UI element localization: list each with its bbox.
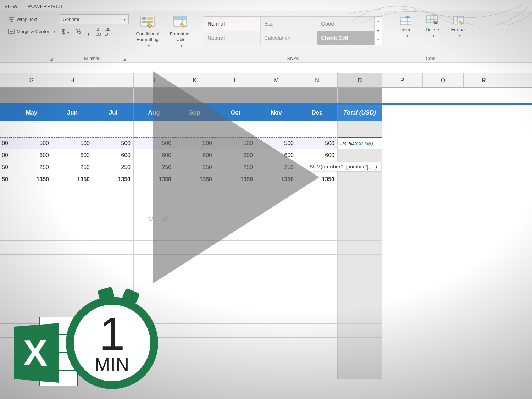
cell[interactable] <box>338 241 382 255</box>
cell[interactable] <box>215 268 256 282</box>
cell[interactable] <box>215 227 256 241</box>
cell[interactable]: 1350 <box>297 173 338 185</box>
cell[interactable]: 1350 <box>11 173 52 185</box>
cell[interactable] <box>297 324 338 338</box>
cell[interactable] <box>215 185 256 199</box>
cell[interactable]: 500 <box>134 137 174 149</box>
cell[interactable] <box>0 255 11 268</box>
cell[interactable] <box>338 351 382 365</box>
cell[interactable] <box>134 241 174 255</box>
cell[interactable]: 500 <box>52 137 93 149</box>
col-header-G[interactable]: G <box>11 73 52 87</box>
cell[interactable] <box>174 88 215 103</box>
cell[interactable] <box>256 241 297 255</box>
cell[interactable] <box>134 121 174 137</box>
wrap-text-button[interactable]: Wrap Text <box>4 14 59 24</box>
cell[interactable] <box>338 282 382 296</box>
cell[interactable] <box>52 199 93 213</box>
cell[interactable] <box>0 227 11 241</box>
cell[interactable] <box>215 255 256 268</box>
cell[interactable] <box>256 365 297 379</box>
cell[interactable] <box>297 282 338 296</box>
cell[interactable] <box>0 365 11 379</box>
col-header-edge[interactable] <box>0 73 11 87</box>
cell[interactable] <box>297 121 338 137</box>
col-header-L[interactable]: L <box>215 73 256 87</box>
cell[interactable] <box>11 255 52 268</box>
cell[interactable] <box>297 185 338 199</box>
styles-down-icon[interactable]: ▼ <box>375 26 382 36</box>
merge-center-button[interactable]: Merge & Center <box>4 26 59 36</box>
cell[interactable] <box>215 365 256 379</box>
cell[interactable] <box>11 121 52 137</box>
cell[interactable] <box>338 268 382 282</box>
cell[interactable] <box>256 351 297 365</box>
cell[interactable]: 500 <box>297 137 338 149</box>
cell[interactable] <box>52 227 93 241</box>
cell[interactable] <box>0 282 11 296</box>
cell[interactable] <box>297 227 338 241</box>
cell[interactable]: 1350 <box>93 173 134 185</box>
style-bad[interactable]: Bad <box>261 17 317 31</box>
cell[interactable] <box>215 338 256 351</box>
cell[interactable]: 500 <box>256 137 297 149</box>
cell[interactable] <box>338 149 382 161</box>
cell[interactable] <box>256 227 297 241</box>
cell[interactable] <box>338 185 382 199</box>
cell[interactable] <box>0 213 11 227</box>
cell[interactable] <box>256 88 297 103</box>
cell[interactable] <box>174 351 215 365</box>
cell[interactable] <box>297 338 338 351</box>
cell[interactable] <box>93 213 134 227</box>
cell[interactable]: 250 <box>52 161 93 173</box>
number-launcher-icon[interactable]: ◢ <box>123 57 126 61</box>
cell[interactable]: 600 <box>134 149 174 161</box>
total-header[interactable]: Total (USD) <box>338 105 382 121</box>
cell[interactable] <box>215 296 256 310</box>
percent-button[interactable]: % <box>75 28 82 36</box>
cell[interactable] <box>52 88 93 103</box>
cell[interactable] <box>174 255 215 268</box>
alignment-launcher-icon[interactable]: ◢ <box>50 57 53 61</box>
cell[interactable] <box>297 199 338 213</box>
month-header-nov[interactable]: Nov <box>256 105 297 121</box>
style-neutral[interactable]: Neutral <box>204 31 261 45</box>
cell[interactable] <box>0 296 11 310</box>
cell[interactable] <box>0 88 11 103</box>
cell[interactable] <box>174 282 215 296</box>
cell[interactable] <box>52 213 93 227</box>
cell[interactable] <box>338 324 382 338</box>
cell[interactable] <box>0 351 11 365</box>
cell[interactable] <box>256 268 297 282</box>
col-header-P[interactable]: P <box>382 73 423 87</box>
month-header-edge[interactable] <box>0 105 11 121</box>
cell[interactable] <box>174 324 215 338</box>
cell[interactable] <box>338 213 382 227</box>
decrease-decimal-button[interactable]: .00.0 <box>104 26 111 38</box>
cell[interactable] <box>93 241 134 255</box>
cell[interactable] <box>11 213 52 227</box>
cell[interactable] <box>52 241 93 255</box>
cell[interactable] <box>0 121 11 137</box>
cell[interactable] <box>297 255 338 268</box>
cell[interactable] <box>11 185 52 199</box>
cell[interactable] <box>0 324 11 338</box>
cell[interactable] <box>256 255 297 268</box>
cell-styles-gallery[interactable]: Normal Neutral Bad Calculation Good Chec… <box>204 16 382 45</box>
cell[interactable]: 250 <box>215 161 256 173</box>
cell[interactable] <box>93 268 134 282</box>
cell[interactable] <box>0 185 11 199</box>
cell[interactable]: 250 <box>256 161 297 173</box>
cell[interactable] <box>93 255 134 268</box>
cell[interactable] <box>256 282 297 296</box>
cell[interactable] <box>338 365 382 379</box>
cell[interactable] <box>256 324 297 338</box>
cell[interactable]: 50 <box>0 173 11 185</box>
cell[interactable]: 00 <box>0 137 11 149</box>
cell[interactable] <box>338 255 382 268</box>
cell[interactable]: 600 <box>11 149 52 161</box>
cell[interactable] <box>256 213 297 227</box>
cell[interactable]: 1350 <box>215 173 256 185</box>
cell[interactable] <box>297 365 338 379</box>
month-header-may[interactable]: May <box>11 105 52 121</box>
